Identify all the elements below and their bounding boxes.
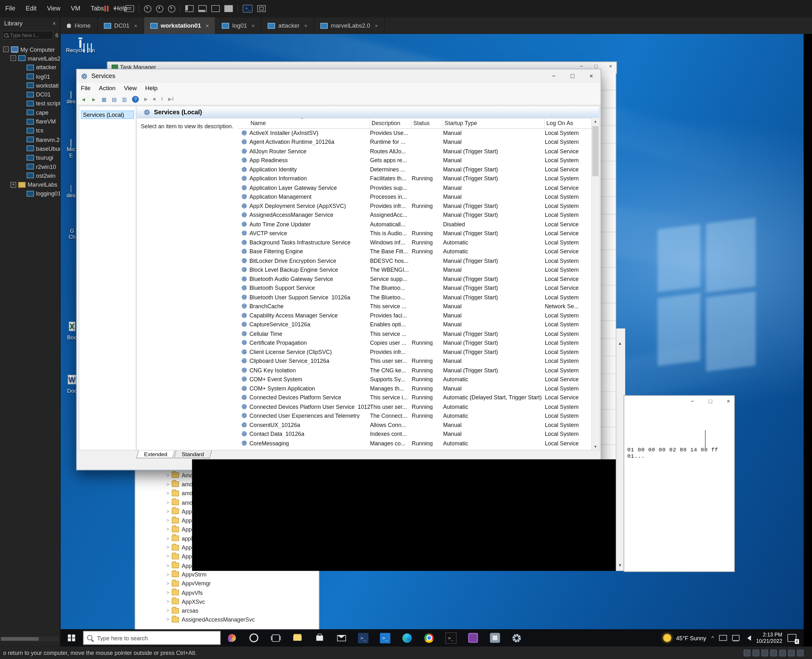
restart-service-icon[interactable]: ▶‖ [168, 96, 174, 102]
tab-extended[interactable]: Extended [136, 451, 175, 459]
minimize-button[interactable]: − [544, 69, 563, 83]
service-row[interactable]: Clipboard User Service_10126a This user … [239, 356, 592, 366]
service-row[interactable]: BranchCache This service ... Manual Netw… [239, 301, 592, 311]
display-tray-icon[interactable] [732, 635, 739, 640]
sidebar-tree-item[interactable]: log01 [0, 72, 60, 80]
action-center-icon[interactable]: 4 [788, 634, 796, 642]
registry-key-item[interactable]: > AssignedAccessManagerSvc [135, 615, 319, 624]
device-indicator-icon[interactable] [797, 650, 803, 656]
sidebar-tree-item[interactable]: ost2win [0, 171, 60, 180]
sidebar-tree-item[interactable]: workstati [0, 81, 60, 90]
registry-key-item[interactable]: > AppvVemgr [135, 579, 319, 588]
menu-item[interactable]: View [120, 85, 141, 91]
app-icon-2[interactable] [484, 629, 506, 646]
service-row[interactable]: Bluetooth Support Service The Bluetoo...… [239, 284, 592, 293]
column-header-log-on-as[interactable]: Log On As [545, 118, 592, 128]
service-row[interactable]: Auto Time Zone Updater Automaticall... D… [239, 219, 592, 229]
service-row[interactable]: Block Level Backup Engine Service The WB… [239, 265, 592, 274]
vm-tab[interactable]: attacker × [261, 17, 314, 34]
device-indicator-icon[interactable] [779, 650, 786, 656]
scroll-down-icon[interactable]: ▼ [592, 443, 599, 451]
service-row[interactable]: App Readiness Gets apps re... Manual Loc… [239, 156, 592, 165]
scrollbar-thumb[interactable] [592, 126, 599, 176]
sidebar-tree-item[interactable]: cape [0, 108, 60, 117]
scroll-up-icon[interactable]: ▲ [618, 341, 622, 346]
tab-close-icon[interactable]: × [304, 22, 308, 28]
store-icon[interactable] [308, 629, 330, 646]
chevron-right-icon[interactable]: > [166, 599, 169, 604]
service-row[interactable]: ConsentUX_10126a Allows Conn... Manual L… [239, 420, 592, 429]
chevron-right-icon[interactable]: > [166, 527, 169, 532]
console-icon[interactable]: >_ [243, 5, 253, 13]
show-library-icon[interactable] [185, 5, 193, 12]
chevron-right-icon[interactable]: > [166, 473, 169, 478]
maximize-button[interactable]: □ [563, 69, 582, 83]
chevron-right-icon[interactable]: > [166, 491, 169, 496]
services-local-node[interactable]: Services (Local) [81, 110, 134, 119]
sidebar-tree-item[interactable]: My Computer [0, 45, 60, 54]
library-search-input[interactable] [2, 31, 54, 40]
mail-icon[interactable] [330, 629, 352, 646]
chevron-right-icon[interactable]: > [166, 554, 169, 559]
service-row[interactable]: Connected User Experiences and Telemetry… [239, 411, 592, 420]
registry-key-item[interactable]: > AppvStrm [135, 570, 319, 579]
chevron-right-icon[interactable]: > [166, 590, 169, 595]
stop-service-icon[interactable]: ■ [153, 96, 156, 102]
maximize-button[interactable]: □ [594, 63, 597, 69]
service-row[interactable]: COM+ Event System Supports Sy... Running… [239, 375, 592, 384]
settings-icon[interactable] [506, 629, 528, 646]
service-row[interactable]: Certificate Propagation Copies user ... … [239, 338, 592, 347]
tab-close-icon[interactable]: × [206, 22, 209, 28]
chevron-right-icon[interactable]: > [166, 617, 169, 622]
service-row[interactable]: AVCTP service This is Audio... Running M… [239, 229, 592, 238]
tab-close-icon[interactable]: × [375, 22, 378, 28]
app-icon-1[interactable] [462, 629, 484, 646]
recycle-bin-shortcut[interactable]: Recycle Bin [63, 41, 97, 53]
chevron-right-icon[interactable]: > [166, 500, 169, 505]
tab-close-icon[interactable]: × [251, 22, 255, 28]
library-close-icon[interactable]: × [52, 20, 56, 27]
service-row[interactable]: CNG Key Isolation The CNG ke... Running … [239, 365, 592, 375]
vm-tab[interactable]: workstation01 × [144, 17, 215, 34]
device-indicator-icon[interactable] [753, 650, 759, 656]
search-highlights-icon[interactable] [221, 629, 243, 646]
service-row[interactable]: Bluetooth Audio Gateway Service Service … [239, 274, 592, 284]
scroll-up-icon[interactable]: ▲ [592, 118, 599, 125]
suspend-dropdown-icon[interactable]: ▾ [113, 6, 115, 11]
close-button[interactable]: × [609, 63, 612, 69]
library-horizontal-scrollbar[interactable] [0, 637, 59, 641]
snapshot-manager-icon[interactable] [168, 5, 175, 13]
ctrl-alt-del-icon[interactable] [125, 5, 134, 12]
binary-value-text[interactable]: 01 00 00 00 02 80 14 00 ff 01... [627, 447, 735, 459]
console-view-icon[interactable] [211, 5, 220, 12]
service-row[interactable]: CoreMessaging Manages co... Running Auto… [239, 438, 592, 448]
chrome-icon[interactable] [418, 629, 440, 646]
services-vertical-scrollbar[interactable]: ▲ ▼ [591, 118, 599, 451]
service-row[interactable]: BitLocker Drive Encryption Service BDESV… [239, 256, 592, 265]
minimize-button[interactable]: − [690, 398, 694, 404]
menu-item[interactable]: View [42, 0, 65, 17]
expander-icon[interactable] [3, 46, 9, 52]
services-window[interactable]: Services − □ × File Action View Help ◄ ► [76, 69, 601, 470]
service-row[interactable]: Application Identity Determines ... Manu… [239, 165, 592, 174]
menu-item[interactable]: Help [141, 85, 162, 91]
show-thumbnail-bar-icon[interactable] [198, 5, 207, 12]
weather-text[interactable]: 45°F Sunny [676, 635, 706, 641]
expander-icon[interactable] [11, 55, 16, 61]
vm-tab[interactable]: log01 × [216, 17, 262, 34]
service-row[interactable]: COM+ System Application Manages th... Ru… [239, 384, 592, 393]
chevron-right-icon[interactable]: > [166, 563, 169, 568]
chevron-right-icon[interactable]: > [166, 608, 169, 613]
console-tree-pane[interactable]: Services (Local) [79, 106, 136, 451]
chevron-right-icon[interactable]: > [166, 482, 169, 487]
edge-icon[interactable] [396, 629, 418, 646]
close-button[interactable]: × [582, 69, 601, 83]
chevron-right-icon[interactable]: > [166, 581, 169, 586]
menu-item[interactable]: Action [95, 85, 120, 91]
help-icon[interactable]: ? [132, 96, 139, 102]
maximize-button[interactable]: □ [709, 398, 712, 404]
suspend-icon[interactable] [104, 6, 109, 11]
device-indicator-icon[interactable] [744, 650, 750, 656]
snapshot-revert-icon[interactable] [156, 5, 163, 13]
chevron-right-icon[interactable]: > [166, 509, 169, 514]
